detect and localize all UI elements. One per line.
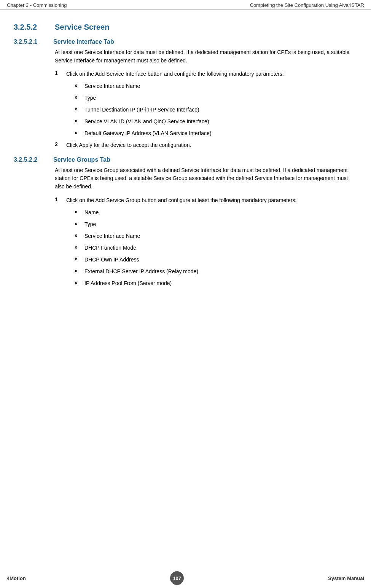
section-3-2-5-2-2-body: At least one Service Group associated wi… [55,166,357,191]
bullet-arrow-icon: » [75,82,81,88]
section-3-2-5-2-2-num: 3.2.5.2.2 [14,156,48,163]
numbered-item-2: 2 Click Apply for the device to accept t… [55,141,357,150]
bullet-arrow-icon: » [75,256,81,262]
section-3-2-5-2-2-heading: 3.2.5.2.2 Service Groups Tab [14,156,357,163]
bullet-text: Name [84,209,99,217]
numbered-item-1: 1 Click on the Add Service Interface but… [55,70,357,78]
page-header: Chapter 3 - Commissioning Completing the… [0,0,371,10]
bullet-text: DHCP Own IP Address [84,256,139,264]
num-text-2: Click Apply for the device to accept the… [66,141,191,150]
bullet-text: Service Interface Name [84,82,140,90]
page-footer: 4Motion 107 System Manual [0,568,371,588]
bullet-list-1: » Service Interface Name » Type » Tunnel… [75,82,357,137]
list-item: » Service VLAN ID (VLAN and QinQ Service… [75,118,357,126]
bullet-arrow-icon: » [75,106,81,112]
list-item: » IP Address Pool From (Server mode) [75,279,357,287]
section-3-2-5-2-1-num: 3.2.5.2.1 [14,38,48,45]
section-3-2-5-2-2-label: Service Groups Tab [53,156,110,163]
bullet-text: Type [84,220,96,228]
footer-right: System Manual [328,575,364,581]
bullet-arrow-icon: » [75,244,81,250]
bullet-text: Default Gateway IP Address (VLAN Service… [84,129,212,137]
num-text-3: Click on the Add Service Group button an… [66,196,296,205]
main-content: 3.2.5.2 Service Screen 3.2.5.2.1 Service… [0,10,371,314]
num-text-1: Click on the Add Service Interface butto… [66,70,284,78]
list-item: » Service Interface Name [75,232,357,240]
bullet-arrow-icon: » [75,268,81,274]
bullet-text: Service VLAN ID (VLAN and QinQ Service I… [84,118,209,126]
section-3-2-5-2-num: 3.2.5.2 [14,23,48,32]
section-3-2-5-2-1-label: Service Interface Tab [53,38,114,45]
bullet-arrow-icon: » [75,129,81,135]
section-3-2-5-2-heading: 3.2.5.2 Service Screen [14,23,357,32]
list-item: » External DHCP Server IP Address (Relay… [75,268,357,276]
bullet-text: Service Interface Name [84,232,140,240]
bullet-list-2: » Name » Type » Service Interface Name »… [75,209,357,287]
bullet-text: Type [84,94,96,102]
bullet-arrow-icon: » [75,220,81,226]
bullet-arrow-icon: » [75,279,81,285]
list-item: » DHCP Function Mode [75,244,357,252]
list-item: » DHCP Own IP Address [75,256,357,264]
list-item: » Type [75,220,357,228]
bullet-arrow-icon: » [75,94,81,100]
num-label-3: 1 [55,196,62,202]
list-item: » Name [75,209,357,217]
numbered-item-3: 1 Click on the Add Service Group button … [55,196,357,205]
bullet-text: DHCP Function Mode [84,244,136,252]
page-number: 107 [170,571,184,585]
section-3-2-5-2-1-body: At least one Service Interface for data … [55,48,357,65]
list-item: » Service Interface Name [75,82,357,90]
num-label-2: 2 [55,141,62,147]
footer-left: 4Motion [7,575,26,581]
bullet-arrow-icon: » [75,209,81,215]
bullet-arrow-icon: » [75,118,81,124]
list-item: » Type [75,94,357,102]
section-3-2-5-2-1-heading: 3.2.5.2.1 Service Interface Tab [14,38,357,45]
bullet-arrow-icon: » [75,232,81,238]
num-label-1: 1 [55,70,62,76]
bullet-text: Tunnel Destination IP (IP-in-IP Service … [84,106,199,114]
section-3-2-5-2-label: Service Screen [55,23,109,32]
header-title: Completing the Site Configuration Using … [250,2,364,8]
bullet-text: External DHCP Server IP Address (Relay m… [84,268,198,276]
header-chapter: Chapter 3 - Commissioning [7,2,67,8]
list-item: » Default Gateway IP Address (VLAN Servi… [75,129,357,137]
list-item: » Tunnel Destination IP (IP-in-IP Servic… [75,106,357,114]
bullet-text: IP Address Pool From (Server mode) [84,279,172,287]
